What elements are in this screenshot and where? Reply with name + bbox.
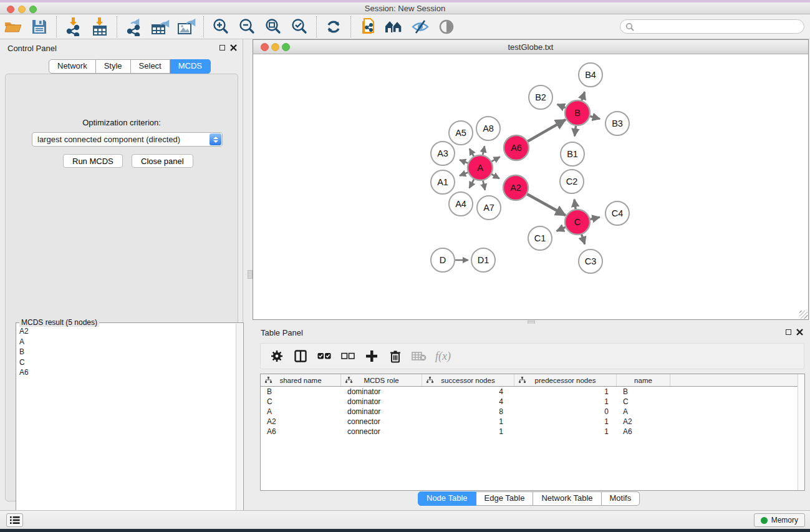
graph-edge-A-A7[interactable] [483, 181, 485, 190]
graph-node-label: B3 [612, 118, 623, 128]
network-window-titlebar[interactable]: testGlobe.txt [253, 40, 808, 54]
table-cell: A2 [261, 417, 341, 427]
search-field[interactable] [620, 19, 804, 34]
tab-network-table[interactable]: Network Table [533, 491, 601, 506]
memory-button[interactable]: Memory [754, 513, 805, 527]
window-resize-grip[interactable] [799, 311, 808, 319]
column-header-mcds-role[interactable]: MCDS role [341, 374, 422, 386]
run-mcds-button[interactable]: Run MCDS [63, 154, 123, 168]
table-cell: 0 [514, 407, 617, 417]
tab-style[interactable]: Style [96, 59, 131, 74]
result-scrollbar[interactable] [236, 324, 243, 532]
mcds-result-item[interactable]: B [19, 347, 236, 357]
toolbar-separator [117, 16, 117, 37]
float-panel-icon[interactable] [786, 329, 791, 335]
mcds-result-item[interactable]: A2 [19, 326, 236, 337]
graph-edge-B-B2[interactable] [557, 104, 566, 108]
main-toolbar [0, 14, 810, 39]
column-header-filler [670, 374, 804, 386]
graph-edge-C-C3[interactable] [582, 235, 585, 244]
graph-edge-C-C2[interactable] [574, 200, 576, 210]
mcds-result-item[interactable]: A [19, 337, 236, 347]
table-cell: 1 [422, 417, 514, 427]
column-header-shared-name[interactable]: shared name [261, 374, 341, 386]
tab-mcds[interactable]: MCDS [170, 59, 211, 74]
show-panel-icon[interactable] [433, 16, 460, 37]
export-network-icon[interactable] [121, 16, 147, 37]
tab-motifs[interactable]: Motifs [602, 491, 640, 506]
table-cell: A [617, 407, 670, 417]
graph-edge-B-B3[interactable] [590, 116, 600, 118]
graph-edge-A-A1[interactable] [460, 173, 468, 176]
zoom-fit-icon[interactable] [260, 16, 286, 37]
toolbar-separator [203, 16, 204, 37]
tab-network[interactable]: Network [49, 59, 96, 74]
graph-edge-B-B4[interactable] [582, 92, 585, 100]
delete-table-icon[interactable] [412, 349, 427, 364]
table-cell: 8 [422, 407, 514, 417]
zoom-selected-icon[interactable] [286, 16, 312, 37]
column-header-predecessor-nodes[interactable]: predecessor nodes [514, 374, 617, 386]
graph-edge-A2-C[interactable] [527, 194, 565, 215]
home-view-icon[interactable] [381, 16, 407, 37]
deselect-all-icon[interactable] [340, 349, 355, 364]
task-history-button[interactable] [6, 513, 23, 527]
import-table-icon[interactable] [87, 16, 113, 37]
network-graph[interactable]: B4B2BB3A8A5A6A3B1AA1C2A2A4A7C4CC1DD1C3 [253, 54, 808, 319]
vertical-splitter-handle[interactable] [248, 270, 253, 279]
function-builder-icon[interactable]: f(x) [435, 349, 451, 364]
graph-edge-C-C4[interactable] [591, 217, 600, 219]
tab-edge-table[interactable]: Edge Table [476, 491, 534, 506]
graph-edge-C-C1[interactable] [557, 227, 566, 231]
table-scrollbar[interactable] [798, 374, 804, 490]
zoom-out-icon[interactable] [234, 16, 260, 37]
refresh-icon[interactable] [321, 16, 347, 37]
close-panel-button[interactable]: Close panel [132, 154, 193, 168]
fx-label: f(x) [435, 350, 451, 363]
table-row[interactable]: Adominator80A [261, 407, 804, 417]
open-folder-icon[interactable] [0, 16, 26, 37]
zoom-in-icon[interactable] [208, 16, 234, 37]
mcds-result-item[interactable]: C [19, 357, 236, 368]
save-icon[interactable] [26, 16, 52, 37]
graph-edge-A-A3[interactable] [460, 160, 468, 163]
close-panel-icon[interactable] [230, 44, 237, 51]
mcds-tab-content: Optimization criterion: largest connecte… [5, 74, 238, 501]
export-table-icon[interactable] [147, 16, 173, 37]
graph-edge-A-A6[interactable] [491, 157, 499, 162]
list-icon [10, 516, 20, 525]
graph-edge-A6-B[interactable] [528, 120, 566, 142]
mcds-result-item[interactable]: A6 [19, 367, 236, 378]
table-row[interactable]: A2connector11A2 [261, 417, 804, 427]
table-row[interactable]: Bdominator41B [261, 387, 804, 397]
delete-columns-trash-icon[interactable] [388, 349, 403, 364]
table-row[interactable]: A6connector11A6 [261, 427, 804, 437]
tab-select[interactable]: Select [131, 59, 170, 74]
table-cell: connector [341, 427, 422, 437]
criterion-dropdown[interactable]: largest connected component (directed) [32, 132, 223, 147]
float-panel-icon[interactable] [219, 45, 225, 51]
close-panel-icon[interactable] [796, 329, 803, 336]
column-header-name[interactable]: name [617, 374, 670, 386]
graph-edge-B-B1[interactable] [575, 126, 576, 136]
graph-edge-A-A4[interactable] [470, 180, 474, 188]
column-header-successor-nodes[interactable]: successor nodes [422, 374, 514, 386]
search-input[interactable] [637, 22, 804, 31]
table-row[interactable]: Cdominator41C [261, 397, 804, 407]
graph-node-label: C1 [534, 233, 546, 243]
add-column-icon[interactable] [364, 349, 379, 364]
toggle-pane-mode-icon[interactable] [293, 349, 308, 364]
select-all-icon[interactable] [317, 349, 332, 364]
tab-node-table[interactable]: Node Table [418, 491, 476, 506]
graph-edge-A-A8[interactable] [483, 146, 485, 155]
graph-edge-A-A2[interactable] [491, 174, 499, 178]
graph-edge-A-A5[interactable] [470, 148, 474, 156]
hide-panels-icon[interactable] [407, 16, 433, 37]
table-settings-gear-icon[interactable] [269, 349, 284, 364]
new-network-from-selection-icon[interactable] [355, 16, 381, 37]
sort-hierarchy-icon [519, 377, 526, 384]
mcds-result-box: A2ABCA6 [16, 322, 244, 532]
export-image-icon[interactable] [173, 16, 200, 37]
table-cell: 1 [514, 397, 617, 407]
import-network-icon[interactable] [60, 16, 87, 37]
